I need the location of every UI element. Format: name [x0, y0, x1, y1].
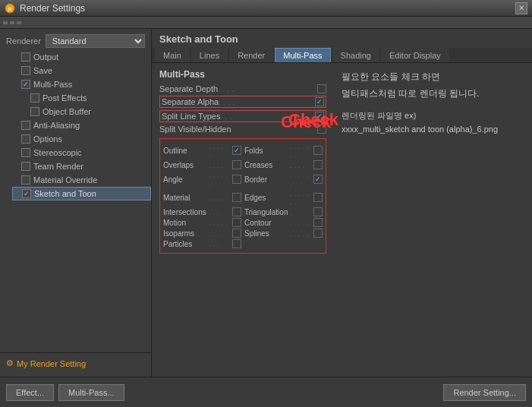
separate-depth-row: Separate Depth . . . .: [159, 84, 326, 93]
isoparms-cell: Isoparms . . .: [163, 229, 241, 238]
angle-checkbox[interactable]: [232, 175, 241, 184]
main-container: Renderer Standard Output Save ✓ Multi-Pa…: [0, 29, 532, 377]
contour-checkbox[interactable]: [313, 218, 323, 227]
edges-checkbox[interactable]: [313, 193, 323, 202]
overlaps-dots: . . . .: [209, 161, 230, 169]
render-setting-button[interactable]: Render Setting...: [443, 384, 526, 401]
tab-render[interactable]: Render: [229, 48, 273, 62]
multipass-title: Multi-Pass: [159, 69, 326, 80]
folds-checkbox[interactable]: [313, 146, 323, 155]
separate-alpha-checkbox[interactable]: ✓: [315, 97, 324, 106]
sidebar-item-anti-aliasing[interactable]: Anti-Aliasing: [12, 118, 151, 132]
sidebar-item-post-effects[interactable]: Post Effects: [21, 91, 151, 105]
sidebar-item-team-render[interactable]: Team Render: [12, 159, 151, 173]
border-checkbox[interactable]: ✓: [313, 175, 323, 184]
app-icon: R: [5, 3, 15, 14]
folds-cell: Folds . . . . . . .: [244, 142, 323, 159]
separate-alpha-row: Separate Alpha . . . . ✓: [159, 96, 326, 108]
svg-text:R: R: [8, 6, 12, 13]
triangulation-cell: Triangulation .: [244, 207, 323, 216]
motion-cell: Motion . . . . .: [163, 218, 241, 227]
close-button[interactable]: ✕: [515, 2, 527, 14]
folds-dots: . . . . . . .: [290, 142, 311, 159]
sidebar-item-object-buffer[interactable]: Object Buffer: [21, 105, 151, 118]
grid-row-4: Material . . . . . Edges . . . . . . .: [163, 189, 323, 206]
isoparms-checkbox[interactable]: [232, 229, 241, 238]
effect-button[interactable]: Effect...: [6, 384, 54, 401]
angle-cell: Angle . . . . . .: [163, 171, 241, 188]
renderer-select[interactable]: Standard: [46, 34, 145, 48]
sidebar-item-output[interactable]: Output: [12, 50, 151, 64]
left-panel: Multi-Pass Separate Depth . . . . Separa…: [159, 69, 326, 371]
triangulation-checkbox[interactable]: [313, 207, 323, 216]
edges-dots: . . . . . . .: [290, 189, 311, 206]
file-line1: 렌더링된 파일명 ex): [342, 109, 524, 123]
renderer-row: Renderer Standard: [0, 32, 151, 50]
separate-alpha-label: Separate Alpha: [162, 97, 219, 106]
options-checkbox[interactable]: [21, 134, 30, 144]
team-render-checkbox[interactable]: [21, 162, 30, 171]
file-line2: xxxx_multi_sketch and toon (alpha)_6.png: [342, 123, 524, 137]
border-dots: . . . . . .: [290, 171, 311, 188]
window-title: Render Settings: [20, 3, 85, 14]
multipass-checkbox[interactable]: ✓: [21, 80, 30, 89]
angle-label: Angle: [163, 175, 209, 184]
intersections-checkbox[interactable]: [232, 207, 241, 216]
splines-checkbox[interactable]: [313, 229, 323, 238]
intersections-cell: Intersections . . .: [163, 207, 241, 216]
sketch-toon-checkbox[interactable]: ✓: [22, 189, 31, 198]
separate-depth-dots: . . . .: [218, 84, 315, 93]
grid-row-2: Overlaps . . . . Creases . . . .: [163, 160, 323, 169]
motion-checkbox[interactable]: [232, 218, 241, 227]
particles-label: Particles: [163, 240, 209, 248]
tab-shading[interactable]: Shading: [332, 48, 379, 62]
separate-depth-checkbox[interactable]: [317, 84, 326, 93]
tab-lines[interactable]: Lines: [191, 48, 228, 62]
tab-multi-pass[interactable]: Multi-Pass: [275, 48, 330, 62]
split-visible-hidden-label: Split Visible/Hidden: [159, 125, 231, 134]
sidebar-item-team-render-label: Team Render: [33, 162, 83, 171]
particles-dots: . . .: [209, 240, 230, 248]
multipass-button[interactable]: Multi-Pass...: [58, 384, 124, 401]
sidebar-item-save-label: Save: [33, 66, 52, 75]
stereoscopic-checkbox[interactable]: [21, 148, 30, 157]
splines-label: Splines: [244, 229, 290, 238]
bottom-bar: Effect... Multi-Pass... Render Setting..…: [0, 377, 532, 407]
separate-depth-label: Separate Depth: [159, 84, 218, 93]
sidebar-items: Renderer Standard Output Save ✓ Multi-Pa…: [0, 32, 151, 352]
sidebar-item-stereoscopic[interactable]: Stereoscopic: [12, 146, 151, 159]
material-override-checkbox[interactable]: [21, 175, 30, 185]
sidebar-item-options[interactable]: Options: [12, 132, 151, 146]
save-checkbox[interactable]: [21, 66, 30, 75]
outline-checkbox[interactable]: ✓: [232, 146, 241, 155]
overlaps-label: Overlaps: [163, 161, 209, 169]
object-buffer-checkbox[interactable]: [30, 107, 39, 116]
right-info: 필요한 요소들 체크 하면 멀티패스처럼 따로 렌더링 됩니다. 렌더링된 파일…: [334, 69, 524, 371]
material-label: Material: [163, 194, 209, 202]
output-checkbox[interactable]: [21, 52, 30, 62]
sidebar-item-material-override-label: Material Override: [33, 175, 97, 185]
content-header: Sketch and Toon: [152, 29, 532, 48]
sidebar-item-post-effects-label: Post Effects: [42, 93, 87, 103]
anti-aliasing-checkbox[interactable]: [21, 121, 30, 130]
sidebar-item-save[interactable]: Save: [12, 64, 151, 77]
sidebar-item-multipass[interactable]: ✓ Multi-Pass: [12, 77, 151, 91]
creases-checkbox[interactable]: [313, 160, 323, 169]
particles-checkbox[interactable]: [232, 239, 241, 248]
korean-line1: 필요한 요소들 체크 하면: [342, 69, 524, 86]
sidebar-item-object-buffer-label: Object Buffer: [42, 107, 91, 116]
grid-row-7: Isoparms . . . Splines . . . . .: [163, 229, 323, 238]
renderer-label: Renderer: [6, 36, 41, 46]
material-checkbox[interactable]: [232, 193, 241, 202]
my-render-setting-item[interactable]: ⚙ My Render Setting: [0, 356, 151, 371]
sidebar-item-material-override[interactable]: Material Override: [12, 173, 151, 187]
tab-main[interactable]: Main: [155, 48, 190, 62]
sidebar-item-sketch-toon[interactable]: ✓ Sketch and Toon: [12, 187, 151, 200]
border-cell: Border . . . . . . ✓: [244, 171, 323, 188]
angle-dots: . . . . . .: [209, 171, 230, 188]
post-effects-checkbox[interactable]: [30, 93, 39, 103]
overlaps-checkbox[interactable]: [232, 160, 241, 169]
grid-row-6: Motion . . . . . Contour . . . . .: [163, 218, 323, 227]
tab-editor-display[interactable]: Editor Display: [381, 48, 449, 62]
outline-dots: . . . . . .: [209, 142, 230, 159]
